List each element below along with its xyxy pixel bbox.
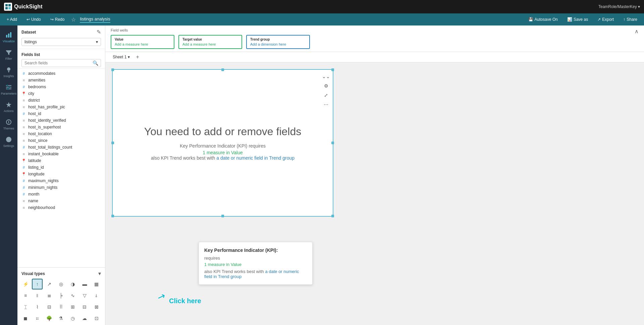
sidebar-item-settings[interactable]: Settings [0, 133, 17, 150]
visual-type-btn-image[interactable]: ⊡ [91, 313, 102, 324]
visual-type-btn-bar3[interactable]: ⊟ [44, 302, 55, 312]
sidebar-item-actions[interactable]: Actions [0, 98, 17, 115]
visual-type-btn-gauge[interactable]: ↗ [44, 279, 55, 289]
svg-rect-2 [5, 7, 8, 9]
visual-type-btn-scatter[interactable]: ⠿ [56, 302, 66, 312]
team-role[interactable]: TeamRole/MasterKey ▾ [598, 4, 640, 9]
visual-type-btn-stacked-bar[interactable]: ≡ [20, 290, 31, 301]
undo-button[interactable]: ↩ Undo [24, 16, 44, 23]
visual-type-btn-kpi-spark[interactable]: ⚡ [20, 279, 31, 289]
field-item-host_location[interactable]: ≡host_location [17, 130, 105, 137]
field-wells-collapse-button[interactable]: ∧ [635, 28, 639, 35]
visual-type-btn-bar-group[interactable]: ⫴ [32, 290, 43, 301]
field-item-host_is_superhost[interactable]: ≡host_is_superhost [17, 124, 105, 130]
visual-type-btn-funnel[interactable]: ⚗ [56, 313, 66, 324]
visual-type-btn-pivot[interactable]: ⊠ [91, 302, 102, 312]
share-button[interactable]: ↑ Share [621, 16, 640, 23]
field-item-instant_bookable[interactable]: ≡instant_bookable [17, 151, 105, 157]
visualization-canvas[interactable]: ⌄⌄ ⚙ ⤢ ⋯ You need to add or remove field… [112, 69, 333, 217]
autosave-button[interactable]: 💾 Autosave On [526, 16, 560, 23]
save-as-button[interactable]: 📊 Save as [565, 16, 591, 23]
edit-icon[interactable]: ✎ [97, 29, 101, 35]
sidebar-item-parameters[interactable]: Parameters [0, 80, 17, 98]
field-item-longitude[interactable]: 📍longitude [17, 171, 105, 177]
visual-type-btn-area[interactable]: ▽ [79, 290, 90, 301]
redo-button[interactable]: ↪ Redo [48, 16, 67, 23]
resize-handle-bot-center[interactable] [221, 215, 224, 217]
visual-type-btn-kpi[interactable]: ↑ [32, 279, 43, 289]
canvas-more-button[interactable]: ⋯ [322, 101, 330, 109]
field-well-target-value[interactable]: Target valueAdd a measure here [178, 35, 242, 49]
field-type-icon: ≡ [21, 118, 26, 122]
field-item-amenities[interactable]: ≡amenities [17, 77, 105, 84]
resize-handle-top-right[interactable] [331, 68, 334, 71]
visual-type-btn-line[interactable]: ∿ [67, 290, 78, 301]
visual-type-btn-stacked-bar2[interactable]: ≣ [44, 290, 55, 301]
visual-type-btn-waterfall[interactable]: ⌇ [32, 302, 43, 312]
visual-type-btn-progress-bar[interactable]: ▬ [79, 279, 90, 289]
add-button[interactable]: + Add [4, 16, 20, 23]
field-item-month[interactable]: #month [17, 191, 105, 198]
search-input[interactable] [21, 59, 101, 67]
visual-type-btn-map-point[interactable]: ⠶ [32, 313, 43, 324]
visual-type-btn-half-donut[interactable]: ◑ [67, 279, 78, 289]
canvas-settings-button[interactable]: ⚙ [322, 82, 330, 90]
undo-icon: ↩ [26, 17, 30, 22]
canvas-also-link[interactable]: a date or numeric field in Trend group [216, 155, 294, 161]
visual-type-btn-donut[interactable]: ◎ [56, 279, 66, 289]
sidebar-item-filter[interactable]: Filter [0, 46, 17, 63]
field-item-accommodates[interactable]: #accommodates [17, 70, 105, 77]
resize-handle-top-left[interactable] [111, 68, 114, 71]
field-item-host_identity_verified[interactable]: ≡host_identity_verified [17, 117, 105, 124]
sidebar-item-insights[interactable]: Insights [0, 63, 17, 80]
field-item-host_total_listings_count[interactable]: #host_total_listings_count [17, 144, 105, 151]
field-item-host_id[interactable]: #host_id [17, 110, 105, 117]
visual-type-btn-bar-combo[interactable]: ⌶ [20, 302, 31, 312]
collapse-icon[interactable]: ▾ [98, 270, 101, 277]
visual-type-btn-bar-h[interactable]: ╞ [56, 290, 66, 301]
svg-point-12 [9, 87, 10, 88]
visual-type-btn-combo[interactable]: ⫰ [91, 290, 102, 301]
visual-type-btn-gauge2[interactable]: ◷ [67, 313, 78, 324]
resize-handle-bot-left[interactable] [111, 215, 114, 217]
field-well-label-trend-group: Trend group [250, 38, 306, 41]
resize-handle-mid-right[interactable] [331, 142, 334, 144]
visual-type-btn-map-filled[interactable]: ◼ [20, 313, 31, 324]
visual-type-btn-table[interactable]: ⊟ [79, 302, 90, 312]
visual-type-btn-tree[interactable]: 🌳 [44, 313, 55, 324]
field-item-neighbourhood[interactable]: ≡neighbourhood [17, 204, 105, 211]
export-button[interactable]: ↗ Export [595, 16, 616, 23]
search-icon: 🔍 [93, 60, 98, 66]
chevron-down-icon: ▾ [96, 40, 98, 44]
field-item-latitude[interactable]: 📍latitude [17, 157, 105, 164]
sidebar-item-visualize[interactable]: Visualize [0, 28, 17, 46]
field-well-trend-group[interactable]: Trend groupAdd a dimension here [246, 35, 310, 49]
resize-handle-mid-left[interactable] [111, 142, 114, 144]
sheet-tab[interactable]: Sheet 1 ▾ [111, 54, 132, 60]
visual-type-btn-bar[interactable]: ▦ [91, 279, 102, 289]
field-item-bedrooms[interactable]: #bedrooms [17, 84, 105, 90]
visual-type-btn-heat[interactable]: ⊞ [67, 302, 78, 312]
add-sheet-button[interactable]: + [135, 54, 140, 60]
logo-area[interactable]: QuickSight [4, 3, 42, 11]
field-well-value[interactable]: ValueAdd a measure here [111, 35, 174, 49]
visual-type-btn-word-cloud[interactable]: ☁ [79, 313, 90, 324]
dataset-select[interactable]: listings ▾ [21, 38, 101, 46]
field-item-city[interactable]: 📍city [17, 90, 105, 97]
field-item-maximum_nights[interactable]: #maximum_nights [17, 177, 105, 184]
resize-handle-bot-right[interactable] [331, 215, 334, 217]
field-item-host_since[interactable]: ≡host_since [17, 137, 105, 144]
field-item-district[interactable]: ≡district [17, 97, 105, 104]
field-item-minimum_nights[interactable]: #minimum_nights [17, 184, 105, 191]
resize-handle-top-center[interactable] [221, 68, 224, 71]
analysis-title[interactable]: listings analysis [80, 16, 110, 23]
field-type-icon: # [21, 165, 26, 169]
sidebar-item-themes[interactable]: Themes [0, 115, 17, 133]
share-icon: ↑ [623, 17, 625, 22]
field-item-name[interactable]: ≡name [17, 198, 105, 204]
canvas-expand-button[interactable]: ⌄⌄ [322, 72, 330, 80]
canvas-fullscreen-button[interactable]: ⤢ [322, 91, 330, 99]
field-item-listing_id[interactable]: #listing_id [17, 164, 105, 171]
field-item-host_has_profile_pic[interactable]: ≡host_has_profile_pic [17, 104, 105, 110]
autosave-icon: 💾 [528, 17, 533, 22]
